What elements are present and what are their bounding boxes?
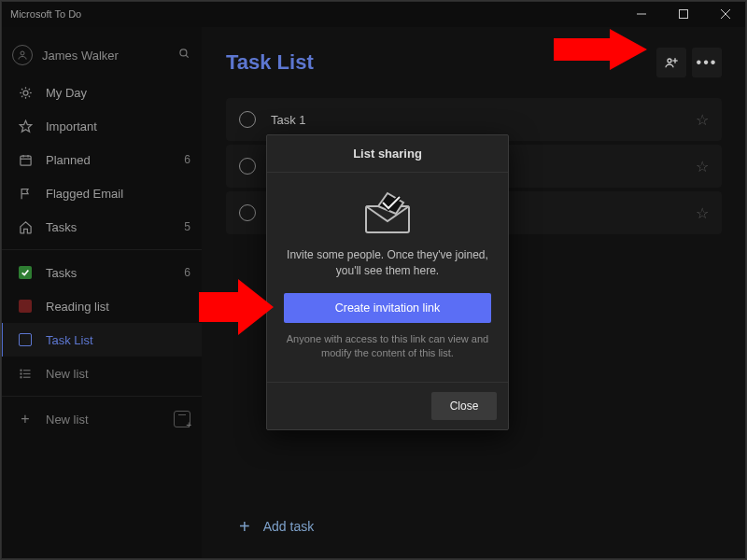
sidebar-list-reading[interactable]: Reading list	[1, 289, 202, 323]
list-icon	[16, 333, 35, 346]
svg-point-27	[668, 59, 671, 63]
user-name: James Walker	[42, 49, 177, 63]
content-header: Task List •••	[226, 48, 722, 77]
sidebar-item-label: Tasks	[46, 266, 184, 280]
add-task-label: Add task	[263, 519, 314, 534]
share-dialog: List sharing Invite some people. Once th…	[266, 134, 509, 430]
svg-point-7	[23, 91, 28, 95]
sidebar-item-tasks[interactable]: Tasks 5	[1, 210, 202, 244]
sidebar-item-my-day[interactable]: My Day	[1, 76, 202, 109]
minimize-button[interactable]	[620, 1, 662, 27]
check-square-icon	[16, 266, 35, 279]
svg-line-12	[21, 89, 22, 90]
sidebar-item-flagged[interactable]: Flagged Email	[1, 176, 202, 210]
search-icon[interactable]	[177, 47, 190, 63]
star-icon[interactable]: ☆	[696, 158, 709, 175]
complete-circle-icon[interactable]	[239, 204, 256, 221]
nav-count: 6	[184, 153, 190, 166]
sidebar-item-label: Task List	[46, 333, 190, 347]
add-task-button[interactable]: + Add task	[226, 503, 722, 550]
calendar-icon	[16, 153, 35, 167]
dialog-title: List sharing	[267, 135, 508, 173]
sidebar-item-planned[interactable]: Planned 6	[1, 143, 202, 176]
svg-line-14	[21, 95, 22, 96]
svg-point-5	[180, 49, 187, 56]
account-row[interactable]: James Walker	[1, 35, 202, 76]
share-illustration-icon	[355, 189, 420, 236]
sidebar: James Walker My Day Important Planned 6	[1, 27, 202, 560]
sidebar-item-label: Reading list	[46, 300, 190, 314]
sidebar-item-label: Flagged Email	[46, 187, 190, 201]
dialog-text: Invite some people. Once they've joined,…	[284, 247, 491, 280]
sidebar-item-label: Tasks	[46, 220, 184, 234]
share-list-button[interactable]	[656, 48, 686, 77]
avatar-icon	[12, 45, 33, 65]
svg-point-26	[20, 376, 21, 377]
task-title: Task 1	[271, 113, 696, 127]
complete-circle-icon[interactable]	[239, 111, 256, 128]
sidebar-item-important[interactable]: Important	[1, 109, 202, 143]
star-icon	[16, 119, 35, 133]
new-group-icon[interactable]	[174, 411, 190, 427]
sidebar-list-tasks[interactable]: Tasks 6	[1, 256, 202, 289]
maximize-button[interactable]	[662, 1, 704, 27]
sidebar-list-new[interactable]: New list	[1, 357, 202, 390]
close-window-button[interactable]	[704, 1, 746, 27]
star-icon[interactable]: ☆	[696, 204, 709, 222]
new-list-button[interactable]: + New list	[1, 402, 202, 436]
svg-marker-32	[199, 279, 274, 335]
sidebar-item-label: Planned	[46, 153, 184, 167]
list-icon	[16, 367, 35, 381]
sun-icon	[16, 86, 35, 100]
nav-count: 5	[184, 220, 190, 233]
more-options-button[interactable]: •••	[692, 48, 722, 77]
annotation-arrow-icon	[554, 29, 647, 76]
plus-icon: +	[239, 516, 250, 538]
svg-point-24	[20, 370, 21, 371]
complete-circle-icon[interactable]	[239, 158, 256, 175]
nav-count: 6	[184, 266, 190, 279]
svg-marker-16	[20, 120, 32, 132]
annotation-arrow-icon	[199, 279, 274, 335]
app-title: Microsoft To Do	[10, 8, 81, 20]
new-list-label: New list	[46, 413, 174, 427]
svg-line-15	[28, 89, 29, 90]
svg-rect-1	[679, 10, 687, 19]
svg-rect-17	[20, 156, 30, 165]
create-invitation-link-button[interactable]: Create invitation link	[284, 293, 491, 323]
flag-icon	[16, 187, 35, 201]
svg-point-25	[20, 372, 21, 373]
plus-icon: +	[16, 411, 35, 427]
dialog-subtext: Anyone with access to this link can view…	[284, 332, 491, 361]
star-icon[interactable]: ☆	[696, 111, 709, 129]
ellipsis-icon: •••	[697, 54, 718, 71]
svg-marker-31	[554, 29, 647, 70]
sidebar-item-label: New list	[46, 367, 190, 381]
sidebar-item-label: My Day	[46, 86, 190, 100]
sidebar-item-label: Important	[46, 119, 190, 133]
square-icon	[16, 300, 35, 313]
home-icon	[16, 220, 35, 234]
svg-line-6	[186, 55, 189, 58]
svg-line-13	[28, 95, 29, 96]
close-button[interactable]: Close	[431, 392, 497, 420]
sidebar-list-task-list[interactable]: Task List	[1, 323, 202, 357]
titlebar: Microsoft To Do	[1, 1, 746, 27]
svg-point-4	[21, 51, 24, 55]
sidebar-separator	[1, 249, 202, 250]
sidebar-separator	[1, 396, 202, 397]
